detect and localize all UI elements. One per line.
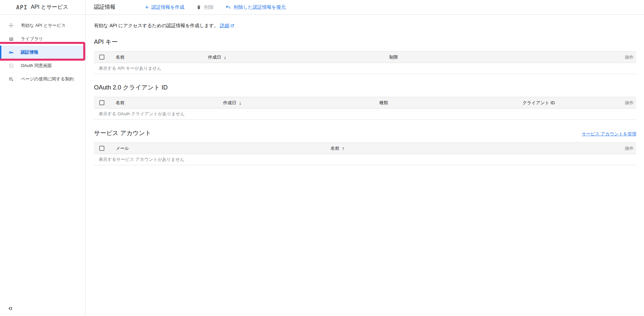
column-created-sort[interactable]: 作成日 ↓ [223,100,379,106]
select-all-checkbox[interactable] [99,146,104,151]
sidebar-item-page-usage-agreements[interactable]: ページの使用に関する契約 [0,72,85,86]
service-accounts-header-row: メール 名前 ↑ 操作 [94,143,636,154]
oauth-clients-table: 名前 作成日 ↓ 種類 クライアント ID 操作 表示する OAuth クライア… [94,97,636,120]
api-keys-empty-row: 表示する API キーがありません [94,63,636,74]
restore-deleted-credentials-button[interactable]: 削除した認証情報を復元 [226,4,286,10]
topbar: 認証情報 + 認証情報を作成 削除 [86,0,644,15]
select-all-cell [94,100,110,105]
api-keys-section: API キー 名前 作成日 ↓ 制限 操作 [94,38,636,74]
sidebar-header: API API とサービス [0,0,85,15]
column-actions: 操作 [616,100,636,106]
sidebar: API API とサービス 有効な API とサービス [0,0,86,316]
delete-button[interactable]: 削除 [196,4,213,10]
service-accounts-table: メール 名前 ↑ 操作 表示するサービス アカウントがありません [94,142,636,165]
column-actions: 操作 [616,54,636,60]
collapse-sidebar-button[interactable] [7,306,13,311]
oauth-clients-header-row: 名前 作成日 ↓ 種類 クライアント ID 操作 [94,97,636,109]
undo-icon [226,5,231,10]
select-all-cell [94,55,110,60]
column-email: メール [110,145,331,151]
external-link-icon [230,24,234,28]
api-logo: API [16,4,28,11]
sidebar-nav: 有効な API とサービス ライブラリ [0,15,85,86]
sidebar-title: API とサービス [31,4,68,11]
api-keys-title: API キー [94,38,636,46]
oauth-clients-title: OAuth 2.0 クライアント ID [94,83,168,91]
column-name: 名前 [110,54,208,60]
sidebar-item-label: ページの使用に関する契約 [21,76,74,82]
column-created-sort[interactable]: 作成日 ↓ [208,54,389,60]
page-usage-agreements-icon [8,76,14,82]
select-all-cell [94,146,110,151]
select-all-checkbox[interactable] [99,100,104,105]
sidebar-item-label: OAuth 同意画面 [21,63,52,69]
create-credentials-button[interactable]: + 認証情報を作成 [145,4,184,10]
sort-desc-icon: ↓ [239,100,242,106]
sidebar-item-oauth-consent[interactable]: OAuth 同意画面 [0,59,85,72]
select-all-checkbox[interactable] [99,55,104,60]
sidebar-item-label: 有効な API とサービス [21,22,66,28]
sort-asc-icon: ↑ [342,145,345,151]
library-icon [8,36,14,42]
gcp-apis-services-page: API API とサービス 有効な API とサービス [0,0,644,316]
main-area: 認証情報 + 認証情報を作成 削除 [86,0,644,316]
content: 有効な API にアクセスするための認証情報を作成します。 詳細 API キー … [86,15,644,165]
collapse-sidebar-icon [8,306,12,311]
column-name-sort[interactable]: 名前 ↑ [331,145,616,151]
service-accounts-title: サービス アカウント [94,129,151,137]
oauth-consent-icon [8,63,14,68]
service-accounts-section: サービス アカウント サービス アカウントを管理 メール 名前 ↑ 操作 [94,129,636,165]
page-title: 認証情報 [94,4,115,11]
sidebar-item-credentials[interactable]: 認証情報 [0,46,85,59]
sidebar-item-label: ライブラリ [21,36,43,42]
key-icon [8,50,14,55]
column-actions: 操作 [616,145,636,151]
column-client-id: クライアント ID [523,100,616,106]
api-keys-header-row: 名前 作成日 ↓ 制限 操作 [94,52,636,63]
column-restrictions: 制限 [389,54,616,60]
manage-service-accounts-link[interactable]: サービス アカウントを管理 [582,131,636,137]
sort-desc-icon: ↓ [224,54,227,60]
intro-text: 有効な API にアクセスするための認証情報を作成します。 詳細 [94,23,636,29]
trash-icon [196,5,201,10]
oauth-clients-empty-row: 表示する OAuth クライアントがありません [94,109,636,120]
learn-more-link[interactable]: 詳細 [220,23,234,28]
sidebar-item-label: 認証情報 [21,49,38,55]
plus-icon: + [145,4,149,10]
sidebar-item-library[interactable]: ライブラリ [0,32,85,46]
sidebar-item-enabled-apis[interactable]: 有効な API とサービス [0,19,85,32]
enabled-apis-icon [8,23,14,28]
service-accounts-empty-row: 表示するサービス アカウントがありません [94,154,636,165]
api-keys-table: 名前 作成日 ↓ 制限 操作 表示する API キーがありません [94,51,636,74]
oauth-clients-section: OAuth 2.0 クライアント ID 名前 作成日 ↓ 種類 クライアント I [94,83,636,120]
column-name: 名前 [110,100,223,106]
column-type: 種類 [379,100,523,106]
